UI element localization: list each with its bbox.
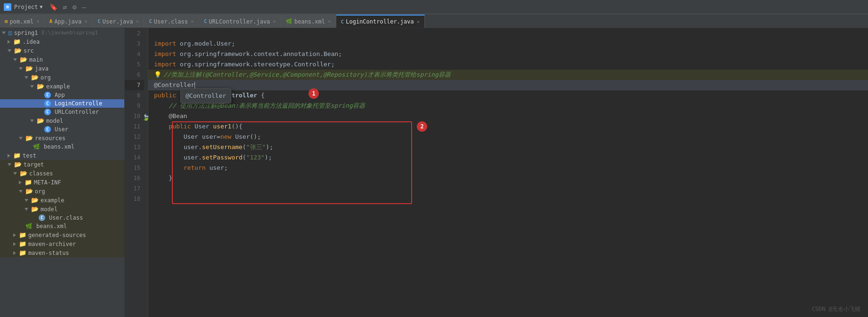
sidebar-item-main[interactable]: 📂 main	[0, 55, 124, 64]
project-path: E:\javaweb\spring1	[41, 30, 97, 36]
code-line-6[interactable]: 💡 //类加上注解(@Controller,@Service,@Componen…	[148, 70, 868, 80]
title-bar: m Project ▼ 🔖 ⇄ ⚙ —	[0, 0, 868, 14]
method-setpassword: setPassword	[202, 152, 243, 163]
sidebar-item-userclass[interactable]: C User.class	[0, 214, 124, 222]
expand-icon-main	[13, 58, 17, 61]
code-line-17[interactable]	[148, 183, 868, 194]
tab-logincontroller[interactable]: C LoginController.java ×	[336, 15, 425, 28]
line-num-2: 2	[125, 28, 144, 39]
annotation-bean: @	[169, 111, 172, 121]
tab-beansxml[interactable]: 🌿 beans.xml ×	[281, 15, 336, 28]
tab-close-app[interactable]: ×	[84, 18, 88, 24]
sidebar-item-test[interactable]: 📁 test	[0, 151, 124, 160]
sidebar-item-resources[interactable]: 📂 resources	[0, 134, 124, 143]
settings-icon[interactable]: ⚙	[73, 3, 76, 11]
sidebar-item-maven-status[interactable]: 📁 maven-status	[0, 248, 124, 257]
class-icon-url: C	[204, 18, 207, 24]
code-line-16[interactable]: }	[148, 173, 868, 183]
split-icon[interactable]: ⇄	[63, 3, 67, 11]
code-line-3[interactable]: import org.model. User ;	[148, 39, 868, 49]
sidebar-item-model[interactable]: 📂 model	[0, 116, 124, 125]
method-setusername: setUsername	[202, 142, 243, 152]
sidebar-item-idea[interactable]: 📁 .idea	[0, 37, 124, 46]
tab-user[interactable]: C User.java ×	[93, 15, 144, 28]
code-line-12[interactable]: User user= new User ();	[148, 132, 868, 142]
sidebar-item-org-target[interactable]: 📂 org	[0, 187, 124, 196]
code-line-15[interactable]: return user;	[148, 163, 868, 173]
code-line-10[interactable]: @Bean	[148, 111, 868, 121]
code-scroll-area[interactable]: 2 3 4 5 6 7 8 9 10 🍃 11 12 13 14 15 16 1…	[125, 28, 868, 317]
sidebar-item-classes[interactable]: 📂 classes	[0, 169, 124, 178]
code-line-14[interactable]: user. setPassword ( "123" );	[148, 152, 868, 163]
xml-icon-beans: 🌿	[286, 18, 292, 24]
import-path-3: org.model.	[176, 39, 217, 49]
sidebar-item-beansxml[interactable]: 🌿 beans.xml	[0, 143, 124, 151]
collapse-icon-status	[13, 251, 16, 255]
tab-close-beans[interactable]: ×	[328, 18, 331, 24]
sidebar-item-example[interactable]: 📂 example	[0, 82, 124, 91]
sidebar-item-metainf[interactable]: 📁 META-INF	[0, 178, 124, 187]
line-num-18: 18	[125, 194, 144, 204]
keyword-import-5: import	[154, 59, 176, 70]
line-num-16: 16	[125, 173, 144, 183]
project-dropdown[interactable]: Project ▼	[14, 4, 43, 10]
code-line-5[interactable]: import org.springframework.stereotype. C…	[148, 59, 868, 70]
code-editor[interactable]: 2 3 4 5 6 7 8 9 10 🍃 11 12 13 14 15 16 1…	[125, 28, 868, 317]
collapse-icon	[8, 40, 10, 44]
tab-pom[interactable]: m pom.xml ×	[0, 15, 45, 28]
tab-app[interactable]: A App.java ×	[45, 15, 93, 28]
class-icon-user: C	[97, 18, 101, 24]
sidebar-item-urlcontroller[interactable]: C URLController	[0, 108, 124, 116]
sidebar-item-app[interactable]: C App	[0, 91, 124, 99]
folder-icon-resources: 📂	[25, 135, 33, 142]
code-line-13[interactable]: user. setUsername ( "张三" );	[148, 142, 868, 152]
code-line-8[interactable]: public class LoginController {	[148, 90, 868, 101]
code-line-7[interactable]: @Controller	[148, 80, 868, 90]
sidebar-item-java[interactable]: 📂 java	[0, 64, 124, 73]
sidebar-item-target[interactable]: 📂 target	[0, 160, 124, 169]
expand-icon-model	[30, 119, 34, 122]
sidebar-item-logincontroller[interactable]: C LoginControlle	[0, 99, 124, 108]
java-file-icon-url: C	[44, 109, 51, 115]
tab-urlcontroller[interactable]: C URLController.java ×	[199, 15, 281, 28]
tab-userclass[interactable]: C User.class ×	[144, 15, 199, 28]
collapse-icon-test	[8, 154, 10, 158]
sidebar-item-spring1[interactable]: ◫ spring1 E:\javaweb\spring1	[0, 28, 124, 37]
tab-close-pom[interactable]: ×	[36, 18, 40, 24]
import-class-4: Bean	[324, 49, 338, 59]
tab-close-url[interactable]: ×	[273, 18, 276, 24]
sidebar-item-generated-sources[interactable]: 📁 generated-sources	[0, 230, 124, 239]
line-num-12: 12	[125, 132, 144, 142]
line-numbers: 2 3 4 5 6 7 8 9 10 🍃 11 12 13 14 15 16 1…	[125, 28, 148, 317]
code-line-11[interactable]: public User user1 (){	[148, 121, 868, 132]
code-line-2[interactable]	[148, 28, 868, 39]
bookmark-icon[interactable]: 🔖	[49, 3, 57, 11]
sidebar-item-example-target[interactable]: 📂 example	[0, 196, 124, 205]
tab-close-userclass[interactable]: ×	[191, 18, 194, 24]
sidebar-item-src[interactable]: 📂 src	[0, 46, 124, 55]
sidebar-item-maven-archiver[interactable]: 📁 maven-archiver	[0, 239, 124, 248]
sidebar-item-beans-target[interactable]: 🌿 beans.xml	[0, 222, 124, 230]
method-user1: user1	[213, 121, 231, 132]
sidebar-item-user[interactable]: C User	[0, 125, 124, 134]
folder-icon-archiver: 📁	[19, 240, 26, 247]
code-line-4[interactable]: import org.springframework.context.annot…	[148, 49, 868, 59]
line-num-3: 3	[125, 39, 144, 49]
sidebar-item-org[interactable]: 📂 org	[0, 73, 124, 82]
folder-icon-main: 📂	[20, 56, 27, 63]
expand-icon-model-target	[24, 208, 28, 211]
tabs-bar: m pom.xml × A App.java × C User.java × C…	[0, 14, 868, 28]
module-icon: ◫	[8, 29, 12, 36]
string-123: "123"	[246, 152, 265, 163]
code-line-18[interactable]	[148, 194, 868, 204]
expand-icon-classes	[13, 172, 17, 175]
sidebar: ◫ spring1 E:\javaweb\spring1 📁 .idea 📂 s…	[0, 28, 125, 317]
expand-icon-resources	[19, 137, 23, 140]
tab-close-login[interactable]: ×	[417, 19, 420, 25]
sidebar-item-model-target[interactable]: 📂 model	[0, 205, 124, 214]
minus-icon[interactable]: —	[82, 3, 86, 11]
folder-icon-java: 📂	[25, 65, 33, 72]
code-line-9[interactable]: // 使用方法注解@Bean:表示将当前方法返回的对象托管至spring容器	[148, 101, 868, 111]
tab-close-user[interactable]: ×	[136, 18, 139, 24]
annotation-controller: @	[154, 80, 158, 90]
